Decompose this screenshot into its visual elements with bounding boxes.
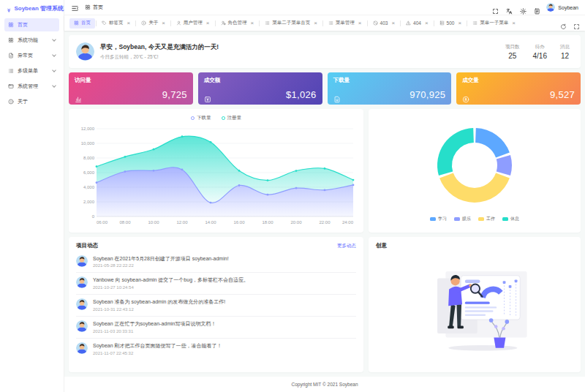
news-text: Soybean 刚才把工作台页面随便写了一些，凑合能看了！	[93, 342, 222, 349]
tab-菜单管理[interactable]: 菜单管理×	[324, 18, 366, 29]
tab-标签页[interactable]: 标签页×	[97, 18, 135, 29]
news-avatar	[76, 342, 88, 354]
svg-text:2,000: 2,000	[83, 200, 95, 204]
close-icon[interactable]: ×	[458, 20, 461, 26]
content-fullscreen-button[interactable]	[573, 20, 580, 26]
greeting-title: 早安，Soybean, 今天又是充满活力的一天!	[100, 43, 219, 52]
content-area: 早安，Soybean, 今天又是充满活力的一天! 今日多云转晴，20℃ - 25…	[64, 31, 585, 377]
legend-item-下载量[interactable]: 下载量	[191, 115, 211, 121]
stat-card-成交额: 成交额$1,026	[198, 72, 322, 105]
fullscreen-button[interactable]	[492, 4, 499, 11]
news-text: Soybean 准备为 soybean-admin 的发布做充分的准备工作!	[93, 298, 225, 305]
info-icon	[8, 99, 14, 105]
user-menu[interactable]: Soybean	[546, 3, 578, 12]
tab-首页[interactable]: 首页	[69, 18, 95, 29]
sidebar-item-system-function[interactable]: 系统功能	[4, 34, 59, 47]
tab-divider	[400, 20, 401, 26]
news-time: 2021-11-07 22:45:32	[93, 351, 222, 355]
greeting-stat-消息: 消息12	[560, 44, 570, 60]
news-avatar	[76, 298, 88, 310]
tab-500[interactable]: 500×	[435, 18, 467, 28]
close-icon[interactable]: ×	[358, 20, 362, 26]
greeting-stat-项目数: 项目数25	[505, 44, 520, 60]
tab-label: 菜单一子菜单	[480, 20, 508, 26]
sidebar-item-label: 系统管理	[18, 83, 49, 90]
tab-菜单一子菜单[interactable]: 菜单一子菜单×	[468, 18, 520, 29]
download-icon	[333, 93, 341, 100]
tab-label: 500	[447, 20, 455, 26]
news-avatar	[76, 255, 88, 267]
tab-角色管理[interactable]: 角色管理×	[216, 18, 259, 29]
sidebar-item-home[interactable]: 首页	[4, 18, 59, 31]
breadcrumb[interactable]: 首页	[85, 4, 103, 11]
legend-item-休息[interactable]: 休息	[502, 216, 519, 222]
chevron-down-icon	[52, 68, 56, 72]
news-item: Yanbowe 向 soybean-admin 提交了一个bug，多标签栏不会自…	[76, 272, 356, 294]
pie-slice-娱乐	[497, 155, 512, 176]
close-icon[interactable]: ×	[206, 20, 210, 26]
sidebar-item-system-manage[interactable]: 系统管理	[4, 80, 59, 93]
news-avatar	[76, 276, 88, 288]
stat-card-label: 下载量	[333, 77, 446, 84]
bottom-row: 项目动态 更多动态 Soybean 在2021年5月28日创建了开源项目 soy…	[69, 237, 581, 372]
close-icon[interactable]: ×	[251, 20, 254, 26]
sidebar-collapse-button[interactable]	[71, 4, 79, 12]
refresh-button[interactable]	[560, 20, 567, 26]
sidebar-item-multi-menu[interactable]: 多级菜单	[4, 64, 59, 78]
sidebar-item-exception-page[interactable]: 异常页	[4, 49, 59, 62]
news-item: Soybean 正在忙于为soybean-admin写项目说明文档！2021-1…	[76, 316, 356, 338]
legend-item-学习[interactable]: 学习	[430, 216, 447, 222]
tab-403[interactable]: 403×	[369, 18, 400, 28]
stat-card-成交量: 成交量9,527	[456, 72, 581, 105]
stat-card-访问量: 访问量9,725	[69, 72, 193, 105]
tab-菜单二子菜单首页[interactable]: 菜单二子菜单首页×	[260, 18, 322, 29]
legend-item-注册量[interactable]: 注册量	[222, 115, 242, 121]
news-item: Soybean 刚才把工作台页面随便写了一些，凑合能看了！2021-11-07 …	[76, 338, 356, 360]
server-icon	[439, 20, 445, 26]
close-icon[interactable]: ×	[512, 20, 516, 26]
chevron-down-icon	[52, 83, 56, 88]
tab-label: 菜单管理	[336, 20, 355, 26]
list-icon	[328, 20, 333, 26]
sidebar-item-about[interactable]: 关于	[4, 95, 59, 108]
news-time: 2021-10-27 10:24:54	[93, 285, 249, 290]
soybean-logo-icon	[7, 4, 11, 12]
close-icon[interactable]: ×	[127, 20, 131, 26]
stat-card-value: 970,925	[410, 89, 445, 100]
theme-mode-button[interactable]	[520, 4, 526, 11]
tab-label: 角色管理	[228, 20, 247, 26]
legend-swatch-icon	[430, 217, 436, 221]
sidebar-item-label: 多级菜单	[18, 67, 49, 75]
stat-card-value: 9,725	[162, 89, 187, 100]
tab-用户管理[interactable]: 用户管理×	[172, 18, 214, 29]
tab-关于[interactable]: 关于×	[137, 18, 170, 29]
stat-card-value: 9,527	[550, 89, 575, 100]
grid-icon	[8, 22, 14, 28]
chevron-down-icon	[52, 37, 56, 42]
legend-item-娱乐[interactable]: 娱乐	[454, 216, 471, 222]
legend-label: 下载量	[197, 115, 211, 121]
tab-label: 首页	[81, 20, 91, 26]
tab-404[interactable]: 404×	[401, 18, 433, 28]
svg-text:16:00: 16:00	[233, 220, 245, 225]
line-chart-card: 下载量注册量 02,0004,0006,0008,00010,00012,000…	[69, 109, 363, 233]
app-logo[interactable]: Soybean 管理系统	[0, 0, 64, 16]
sidebar-item-label: 系统功能	[18, 37, 49, 44]
legend-item-工作[interactable]: 工作	[478, 216, 495, 222]
language-button[interactable]	[506, 4, 513, 11]
svg-text:22:00: 22:00	[319, 220, 331, 225]
close-icon[interactable]: ×	[314, 20, 317, 26]
close-icon[interactable]: ×	[425, 20, 429, 26]
news-more-link[interactable]: 更多动态	[337, 243, 356, 249]
theme-config-button[interactable]	[534, 4, 540, 11]
sidebar-item-label: 首页	[18, 21, 56, 29]
close-icon[interactable]: ×	[391, 20, 395, 26]
app-title: Soybean 管理系统	[14, 4, 64, 12]
close-icon[interactable]: ×	[162, 20, 165, 26]
copyright-text: Copyright MIT © 2021 Soybean	[291, 382, 358, 387]
tab-label: 标签页	[109, 20, 124, 26]
svg-text:24:00: 24:00	[342, 220, 354, 225]
topbar: 首页 Soybean	[64, 0, 585, 15]
app-root: Soybean 管理系统 首页系统功能异常页多级菜单系统管理关于 首页 Soyb…	[0, 0, 585, 392]
tab-divider	[170, 20, 171, 26]
